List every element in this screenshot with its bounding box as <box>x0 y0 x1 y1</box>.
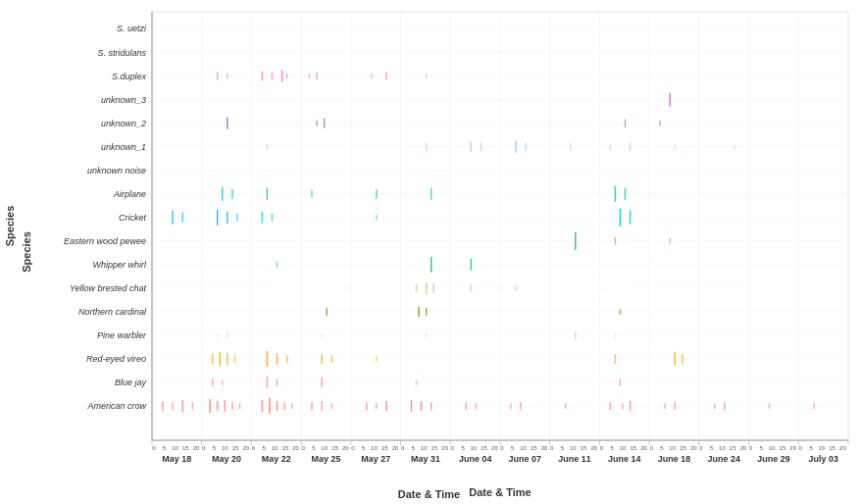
chart-container: Species Date & Time <box>0 0 858 504</box>
y-axis-label: Species <box>21 231 32 273</box>
x-axis-label: Date & Time <box>398 488 460 500</box>
